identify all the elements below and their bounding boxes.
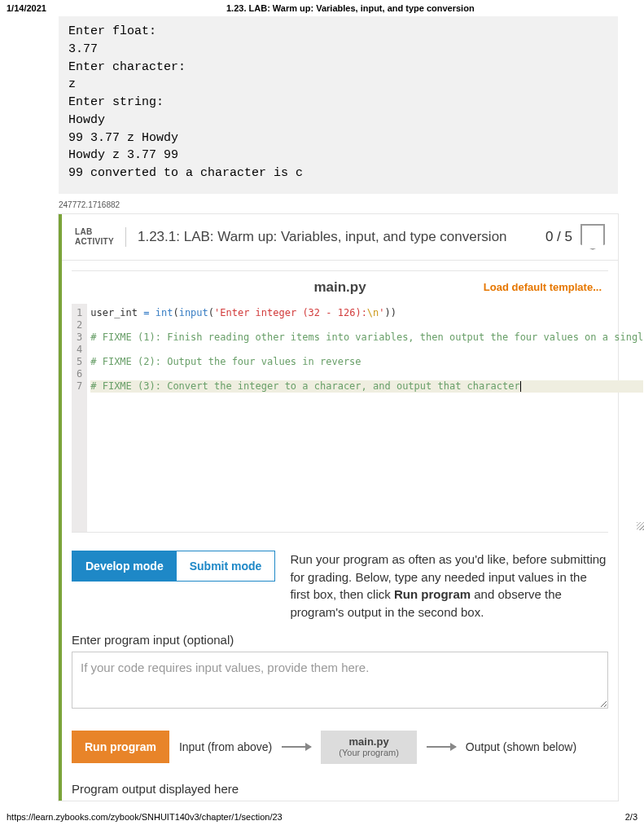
program-output-label: Program output displayed here — [62, 770, 618, 801]
program-box-title: main.py — [339, 735, 399, 748]
program-input-label: Enter program input (optional) — [62, 630, 618, 652]
editor-tabbar: main.py Load default template... — [72, 271, 608, 304]
lab-activity-card: LAB ACTIVITY 1.23.1: LAB: Warm up: Varia… — [59, 214, 618, 801]
footer-page: 2/3 — [625, 812, 637, 822]
session-id: 247772.1716882 — [59, 200, 618, 209]
run-program-button[interactable]: Run program — [72, 731, 169, 763]
activity-title: 1.23.1: LAB: Warm up: Variables, input, … — [138, 229, 545, 245]
text-cursor — [520, 381, 521, 392]
load-template-link[interactable]: Load default template... — [484, 281, 602, 293]
develop-mode-button[interactable]: Develop mode — [72, 551, 177, 581]
mode-row: Develop mode Submit mode Run your progra… — [62, 533, 618, 630]
file-tab[interactable]: main.py — [313, 279, 366, 296]
resize-handle-icon[interactable] — [637, 522, 644, 530]
line-gutter: 1 2 3 4 5 6 7 — [72, 304, 87, 532]
shield-icon — [580, 224, 605, 250]
flow-output-label: Output (shown below) — [466, 740, 576, 753]
program-input[interactable] — [72, 652, 608, 709]
arrow-icon — [427, 746, 456, 748]
page-print-footer: https://learn.zybooks.com/zybook/SNHUIT1… — [0, 809, 644, 825]
flow-input-label: Input (from above) — [179, 740, 272, 753]
page-print-header: 1/14/2021 1.23. LAB: Warm up: Variables,… — [0, 0, 644, 16]
mode-toggle: Develop mode Submit mode — [72, 551, 275, 582]
sample-output-block: Enter float: 3.77 Enter character: z Ent… — [59, 16, 618, 194]
lab-badge: LAB ACTIVITY — [75, 227, 126, 247]
activity-header: LAB ACTIVITY 1.23.1: LAB: Warm up: Varia… — [62, 214, 618, 261]
mode-description: Run your program as often as you'd like,… — [290, 551, 608, 621]
footer-url: https://learn.zybooks.com/zybook/SNHUIT1… — [7, 812, 283, 822]
program-box: main.py (Your program) — [321, 731, 417, 764]
print-title: 1.23. LAB: Warm up: Variables, input, an… — [226, 3, 637, 13]
submit-mode-button[interactable]: Submit mode — [177, 551, 275, 581]
code-area[interactable]: user_int = int(input('Enter integer (32 … — [87, 304, 644, 532]
activity-score: 0 / 5 — [545, 229, 572, 245]
run-flow-row: Run program Input (from above) main.py (… — [62, 711, 618, 770]
print-date: 1/14/2021 — [7, 3, 226, 13]
arrow-icon — [282, 746, 311, 748]
code-editor[interactable]: 1 2 3 4 5 6 7 user_int = int(input('Ente… — [72, 304, 608, 532]
code-panel: main.py Load default template... 1 2 3 4… — [72, 270, 608, 533]
program-box-sub: (Your program) — [339, 748, 399, 758]
